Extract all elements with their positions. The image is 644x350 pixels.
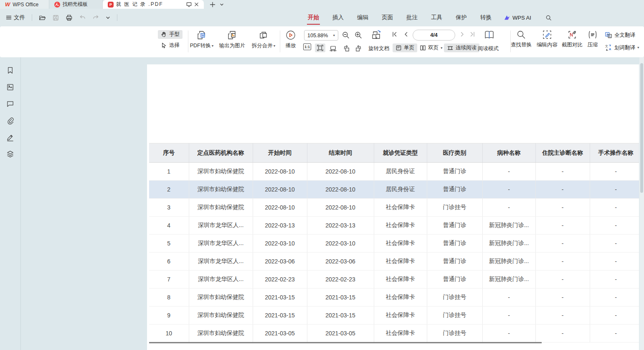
table-cell: 2022-03-06 [307,253,374,271]
table-cell: 普通门诊 [427,181,482,199]
read-mode-icon[interactable] [484,29,495,41]
read-mode-label[interactable]: 阅读模式 [478,45,499,52]
hand-tool-button[interactable]: 手型 [158,30,183,39]
export-image-label: 输出为图片 [219,42,246,49]
chevron-down-icon: ▾ [274,44,276,48]
find-replace-button[interactable]: 查找替换 [509,30,534,49]
menu-tab-edit[interactable]: 编辑 [356,12,369,23]
menu-bar: 文件 开始 插入 编辑 页面 批注 工具 保护 转换 [0,9,644,26]
rotate-right-button[interactable] [354,43,363,53]
fit-width-icon [329,44,337,52]
chevron-down-icon: ▾ [441,46,443,50]
menu-tab-home[interactable]: 开始 [307,12,320,23]
table-cell: - [482,307,535,324]
close-tab-icon[interactable] [194,2,199,7]
tab-docer-templates[interactable]: ん 找稻壳模板 [49,0,103,9]
table-cell: - [535,163,590,181]
table-cell: 社会保障卡 [374,253,427,271]
menu-tab-page[interactable]: 页面 [381,12,394,23]
edit-content-button[interactable]: 编辑内容 [535,30,560,49]
actual-size-button[interactable]: 1:1 [303,43,311,50]
full-translate-label: 全文翻译 [614,32,635,39]
chevron-down-icon: ▾ [333,34,335,37]
export-image-button[interactable]: 输出为图片 [216,30,248,49]
menu-tab-protect[interactable]: 保护 [455,12,468,23]
table-cell: - [482,324,535,342]
rotate-left-button[interactable] [342,43,351,53]
fit-width-button[interactable] [328,43,338,53]
table-cell: 10 [149,324,189,342]
menu-search-icon[interactable] [545,15,552,21]
table-cell: 2022-03-10 [307,235,374,253]
thumbnail-icon[interactable] [5,82,15,92]
table-cell: 2021-03-15 [253,289,307,307]
page-number-input[interactable]: 4/4 [413,30,455,41]
zoom-in-button[interactable] [354,31,363,39]
bookmark-icon[interactable] [5,66,15,75]
menu-tab-insert[interactable]: 插入 [332,12,345,23]
compress-button[interactable]: 压缩 [584,30,601,49]
table-cell: - [590,271,639,289]
table-cell: - [535,271,590,289]
first-page-icon [391,31,398,38]
menu-tab-tools[interactable]: 工具 [430,12,443,23]
play-button[interactable]: 播放 [283,30,298,49]
continuous-read-button[interactable]: 连续阅读 [444,43,479,52]
prev-page-button[interactable] [402,31,410,38]
table-cell: 社会保障卡 [374,217,427,235]
table-cell: 2021-03-15 [307,307,374,324]
next-page-button[interactable] [459,31,466,38]
pdf-page: 序号 定点医药机构名称 开始时间 结束时间 就诊凭证类型 医疗类别 病种名称 住… [147,64,639,350]
rotate-right-icon [355,44,363,52]
file-menu-button[interactable]: 文件 [4,13,27,23]
split-merge-button[interactable]: 拆分合并▾ [250,30,277,49]
rotate-pages-button[interactable] [371,29,382,41]
scrollbar-thumb[interactable] [640,63,643,193]
pdf-convert-button[interactable]: W PDF转换▾ [189,30,215,49]
comment-icon[interactable] [5,99,15,109]
table-cell: 2022-08-10 [253,199,307,217]
last-page-button[interactable] [469,31,476,38]
zoom-out-button[interactable] [342,31,350,39]
single-page-button[interactable]: 单页 [393,43,417,52]
table-cell: - [535,181,590,199]
tab-wps-office[interactable]: W WPS Office [0,0,49,9]
attachment-icon[interactable] [5,116,15,125]
first-page-button[interactable] [391,31,398,38]
continuous-read-icon [447,45,454,51]
layers-icon[interactable] [5,149,15,159]
enter-pc-mode-icon[interactable] [186,2,192,7]
select-tool-button[interactable]: 选择 [158,41,183,50]
chevron-down-icon: ▾ [637,46,639,49]
tab-list-chevron-icon[interactable] [220,3,224,7]
vertical-scrollbar[interactable] [639,57,644,350]
table-cell: - [590,324,639,342]
open-file-button[interactable] [37,13,48,22]
signature-icon[interactable] [5,133,15,142]
save-button[interactable] [51,13,61,22]
word-translate-button[interactable]: 文A 划词翻译 ▾ [605,44,639,51]
table-cell: 2021-03-15 [253,307,307,324]
screenshot-compare-button[interactable]: 截图对比 [560,30,585,49]
full-translate-button[interactable]: A文 全文翻译 [605,31,635,39]
table-cell: 2021-03-05 [253,324,307,342]
undo-redo-chevron-icon[interactable] [104,15,112,21]
new-tab-button[interactable] [210,2,216,8]
undo-button[interactable] [77,13,88,22]
table-cell: 深圳市妇幼保健院 [189,181,253,199]
menu-tab-convert[interactable]: 转换 [479,12,492,23]
print-button[interactable] [64,13,74,22]
table-cell: 9 [149,307,189,324]
table-cell: 深圳市妇幼保健院 [189,324,253,342]
fit-page-button[interactable] [315,43,325,52]
redo-button[interactable] [91,13,101,22]
menu-tab-annotate[interactable]: 批注 [406,12,418,23]
tab-document-pdf[interactable]: P 就 医 记 录 .PDF [103,0,204,9]
wps-ai-button[interactable]: WPS AI [504,15,531,21]
double-page-button[interactable]: 双页 ▾ [417,43,446,52]
table-cell: 深圳市妇幼保健院 [189,199,253,217]
svg-text:文: 文 [609,35,611,38]
table-cell: - [590,181,639,199]
table-cell: 普通门诊 [427,235,482,253]
zoom-level-select[interactable]: 105.88% ▾ [304,30,338,41]
